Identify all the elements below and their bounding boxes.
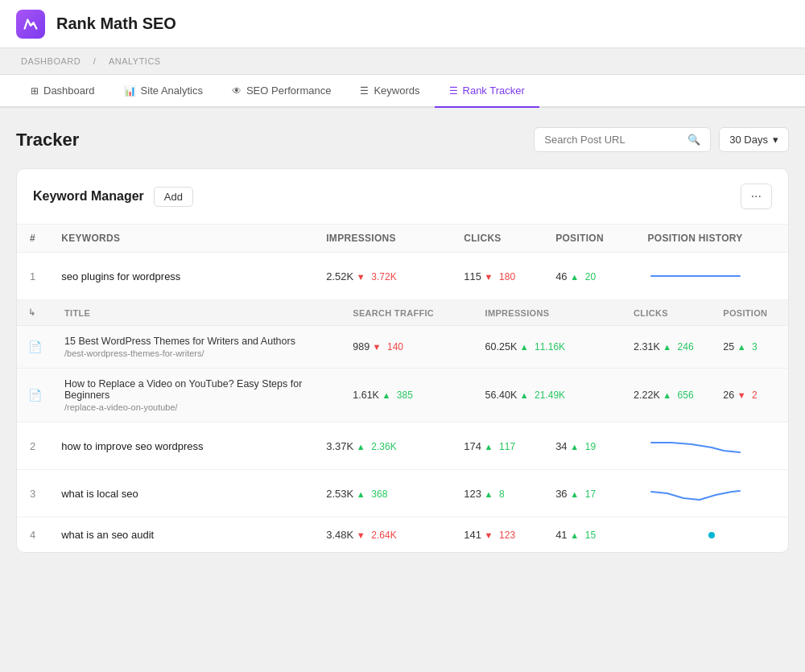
- row-num: 1: [17, 253, 48, 300]
- post-url: /replace-a-video-on-youtube/: [64, 402, 330, 412]
- search-input[interactable]: [544, 134, 681, 146]
- position-cell: 46 ▲ 20: [543, 253, 634, 300]
- up-arrow: ▲: [737, 342, 746, 352]
- dashboard-icon: ⊞: [31, 85, 39, 97]
- tab-site-analytics[interactable]: 📊 Site Analytics: [109, 75, 217, 108]
- tab-rank-tracker[interactable]: ☰ Rank Tracker: [435, 75, 539, 108]
- table-row: 3 what is local seo 2.53K ▲ 368 123 ▲ 8 …: [17, 470, 788, 517]
- sub-row: 📄 How to Replace a Video on YouTube? Eas…: [17, 369, 788, 423]
- keyword-cell: what is local seo: [48, 470, 313, 517]
- keywords-icon: ☰: [360, 85, 369, 97]
- keyword-cell: seo plugins for wordpress: [48, 253, 313, 300]
- chevron-down-icon: ▾: [773, 134, 778, 146]
- position-cell: 36 ▲ 17: [543, 470, 634, 517]
- sub-table-cell: ↳ Title Search Traffic Impressions Click…: [17, 300, 788, 423]
- tabs-bar: ⊞ Dashboard 📊 Site Analytics 👁 SEO Perfo…: [0, 75, 805, 108]
- keyword-manager-card: Keyword Manager Add ··· # Keywords Impre…: [16, 168, 789, 553]
- col-header-num: #: [17, 225, 48, 253]
- col-header-position: Position: [543, 225, 634, 253]
- mini-chart: [647, 264, 775, 288]
- sub-row: 📄 15 Best WordPress Themes for Writers a…: [17, 326, 788, 369]
- up-arrow: ▲: [570, 442, 579, 451]
- sub-row-icon: 📄: [17, 369, 53, 423]
- keyword-cell: what is an seo audit: [48, 517, 313, 553]
- up-arrow: ▲: [357, 489, 365, 499]
- keyword-cell: how to improve seo wordpress: [48, 423, 313, 470]
- post-title: 15 Best WordPress Themes for Writers and…: [64, 336, 330, 347]
- down-arrow: ▼: [485, 272, 493, 282]
- up-arrow: ▲: [663, 390, 671, 400]
- card-header: Keyword Manager Add ···: [17, 169, 788, 225]
- tab-keywords[interactable]: ☰ Keywords: [345, 75, 434, 108]
- impressions-cell: 2.53K ▲ 368: [313, 470, 451, 517]
- impressions-cell: 3.48K ▼ 2.64K: [313, 517, 451, 553]
- down-arrow: ▼: [373, 342, 382, 352]
- more-button[interactable]: ···: [741, 183, 772, 209]
- sub-col-clicks: Clicks: [622, 300, 712, 326]
- sub-row-clicks: 2.31K ▲ 246: [622, 326, 712, 369]
- app-header: Rank Math SEO: [0, 0, 805, 48]
- post-url: /best-wordpress-themes-for-writers/: [64, 348, 330, 358]
- add-button[interactable]: Add: [154, 187, 193, 207]
- sub-row-impressions: 56.40K ▲ 21.49K: [474, 369, 622, 423]
- rank-tracker-icon: ☰: [449, 85, 458, 97]
- breadcrumb-analytics: ANALYTICS: [109, 56, 161, 66]
- days-select[interactable]: 30 Days ▾: [719, 127, 789, 152]
- breadcrumb-dashboard[interactable]: DASHBOARD: [21, 56, 80, 66]
- site-analytics-icon: 📊: [124, 85, 136, 97]
- clicks-cell: 115 ▼ 180: [451, 253, 543, 300]
- row-num: 4: [17, 517, 48, 553]
- history-cell: [634, 470, 788, 517]
- clicks-cell: 174 ▲ 117: [451, 423, 543, 470]
- col-header-history: Position History: [634, 225, 788, 253]
- col-header-impressions: Impressions: [313, 225, 451, 253]
- sub-row-traffic: 989 ▼ 140: [341, 326, 473, 369]
- up-arrow: ▲: [485, 489, 493, 499]
- main-content: Tracker 🔍 30 Days ▾ Keyword Manager Add …: [0, 108, 805, 572]
- impressions-cell: 3.37K ▲ 2.36K: [313, 423, 451, 470]
- keywords-table: # Keywords Impressions Clicks Position P…: [17, 225, 788, 552]
- row-num: 2: [17, 423, 48, 470]
- sub-row-impressions: 60.25K ▲ 11.16K: [474, 326, 622, 369]
- page-title: Tracker: [16, 130, 79, 150]
- post-title: How to Replace a Video on YouTube? Easy …: [64, 378, 330, 401]
- history-cell: [634, 253, 788, 300]
- sub-row-position: 25 ▲ 3: [712, 326, 788, 369]
- up-arrow: ▲: [520, 342, 529, 352]
- table-header-row: # Keywords Impressions Clicks Position P…: [17, 225, 788, 253]
- page-header: Tracker 🔍 30 Days ▾: [16, 127, 789, 152]
- up-arrow: ▲: [570, 272, 579, 282]
- sub-table-row: ↳ Title Search Traffic Impressions Click…: [17, 300, 788, 423]
- sub-row-title-cell: 15 Best WordPress Themes for Writers and…: [53, 326, 341, 369]
- table-row: 4 what is an seo audit 3.48K ▼ 2.64K 141…: [17, 517, 788, 553]
- sub-row-title-cell: How to Replace a Video on YouTube? Easy …: [53, 369, 341, 423]
- sub-col-position: Position: [712, 300, 788, 326]
- col-header-keywords: Keywords: [48, 225, 313, 253]
- app-title: Rank Math SEO: [56, 14, 176, 33]
- mini-chart: [647, 434, 775, 458]
- table-row: 1 seo plugins for wordpress 2.52K ▼ 3.72…: [17, 253, 788, 300]
- up-arrow: ▲: [520, 390, 529, 400]
- impressions-cell: 2.52K ▼ 3.72K: [313, 253, 451, 300]
- header-controls: 🔍 30 Days ▾: [534, 127, 789, 152]
- tab-dashboard[interactable]: ⊞ Dashboard: [16, 75, 109, 108]
- sub-col-traffic: Search Traffic: [341, 300, 473, 326]
- search-icon: 🔍: [687, 134, 700, 146]
- card-title-area: Keyword Manager Add: [33, 187, 193, 207]
- down-arrow: ▼: [357, 272, 365, 282]
- up-arrow: ▲: [570, 489, 579, 499]
- history-cell: [634, 517, 788, 553]
- clicks-cell: 123 ▲ 8: [451, 470, 543, 517]
- sub-col-icon: ↳: [17, 300, 53, 326]
- up-arrow: ▲: [570, 530, 579, 540]
- search-box[interactable]: 🔍: [534, 127, 711, 152]
- app-logo: [16, 10, 45, 39]
- up-arrow: ▲: [485, 442, 493, 451]
- history-cell: [634, 423, 788, 470]
- tab-seo-performance[interactable]: 👁 SEO Performance: [217, 75, 346, 108]
- sub-row-icon: 📄: [17, 326, 53, 369]
- col-header-clicks: Clicks: [451, 225, 543, 253]
- breadcrumb: DASHBOARD / ANALYTICS: [0, 48, 805, 75]
- seo-performance-icon: 👁: [232, 85, 242, 97]
- sub-col-impressions: Impressions: [474, 300, 622, 326]
